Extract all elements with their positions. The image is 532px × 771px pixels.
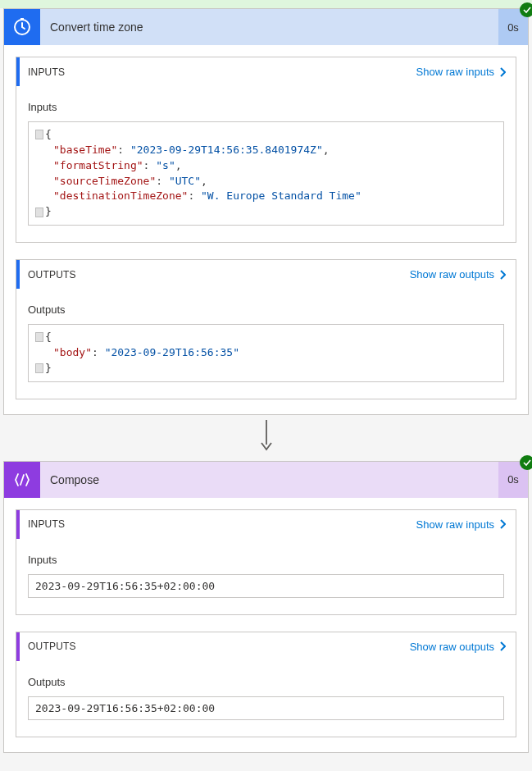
action-title: Convert time zone [40, 9, 498, 45]
chevron-right-icon [499, 270, 506, 280]
action-header[interactable]: Compose 0s [4, 462, 528, 498]
collapse-toggle-icon[interactable] [35, 363, 43, 373]
action-card-compose: Compose 0s INPUTS Show raw inputs Inputs… [3, 461, 529, 753]
show-raw-outputs-link[interactable]: Show raw outputs [410, 641, 506, 653]
outputs-panel: OUTPUTS Show raw outputs Outputs {"body"… [16, 259, 516, 399]
outputs-sub-label: Outputs [28, 303, 504, 316]
success-status-icon [520, 455, 532, 470]
data-operations-icon [4, 462, 40, 498]
chevron-right-icon [499, 641, 506, 651]
inputs-panel-title: INPUTS [28, 66, 65, 78]
inputs-sub-label: Inputs [28, 554, 504, 566]
collapse-toggle-icon[interactable] [35, 130, 43, 139]
action-title: Compose [40, 462, 498, 498]
success-banner [0, 0, 532, 8]
inputs-json-box: {"baseTime": "2023-09-29T14:56:35.840197… [28, 121, 504, 226]
chevron-right-icon [499, 67, 506, 77]
outputs-panel: OUTPUTS Show raw outputs Outputs 2023-09… [16, 632, 516, 737]
inputs-panel-title: INPUTS [28, 518, 65, 530]
clock-icon [4, 9, 40, 45]
outputs-sub-label: Outputs [28, 676, 504, 688]
show-raw-inputs-link[interactable]: Show raw inputs [416, 518, 506, 531]
inputs-panel: INPUTS Show raw inputs Inputs {"baseTime… [16, 57, 516, 243]
inputs-panel: INPUTS Show raw inputs Inputs 2023-09-29… [16, 509, 516, 615]
outputs-text-box: 2023-09-29T16:56:35+02:00:00 [28, 696, 504, 720]
success-status-icon [520, 2, 532, 17]
outputs-panel-title: OUTPUTS [28, 269, 76, 281]
outputs-panel-title: OUTPUTS [28, 641, 76, 652]
show-raw-inputs-link[interactable]: Show raw inputs [416, 66, 506, 78]
outputs-json-box: {"body": "2023-09-29T16:56:35"} [28, 324, 504, 382]
collapse-toggle-icon[interactable] [35, 208, 43, 217]
connector-arrow [0, 415, 532, 461]
action-card-convert-time-zone: Convert time zone 0s INPUTS Show raw inp… [3, 8, 529, 415]
inputs-text-box: 2023-09-29T16:56:35+02:00:00 [28, 574, 504, 598]
show-raw-outputs-link[interactable]: Show raw outputs [410, 268, 506, 281]
inputs-sub-label: Inputs [28, 101, 504, 113]
action-header[interactable]: Convert time zone 0s [4, 9, 528, 45]
chevron-right-icon [499, 519, 506, 529]
collapse-toggle-icon[interactable] [35, 332, 43, 342]
